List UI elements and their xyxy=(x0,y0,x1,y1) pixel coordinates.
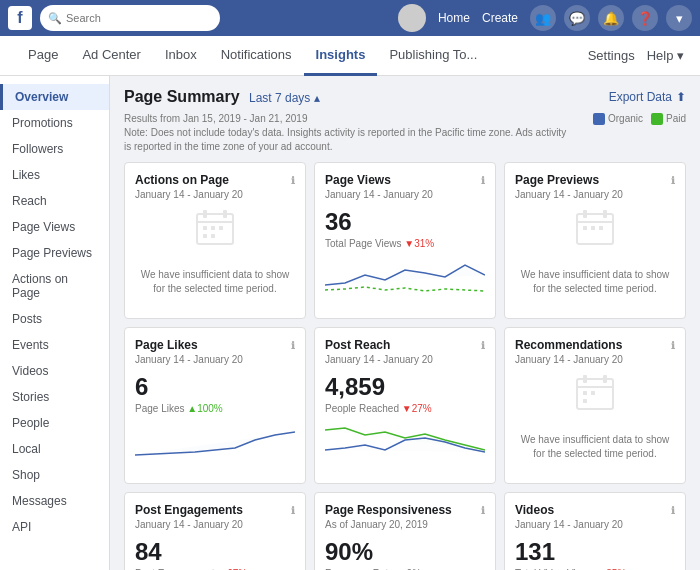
nav-inbox[interactable]: Inbox xyxy=(153,36,209,76)
sidebar-item-reach[interactable]: Reach xyxy=(0,188,109,214)
page-summary-period[interactable]: Last 7 days ▴ xyxy=(249,91,320,105)
messenger-icon[interactable]: 💬 xyxy=(564,5,590,31)
create-btn[interactable]: Create xyxy=(482,11,518,25)
page-summary-title-wrap: Page Summary Last 7 days ▴ xyxy=(124,88,320,106)
info-icon[interactable]: ℹ xyxy=(671,340,675,351)
svg-rect-22 xyxy=(583,399,587,403)
card-title: Actions on Page ℹ xyxy=(135,173,295,187)
card-date: As of January 20, 2019 xyxy=(325,519,485,530)
card-date: January 14 - January 20 xyxy=(515,189,675,200)
sidebar-item-posts[interactable]: Posts xyxy=(0,306,109,332)
sidebar-item-promotions[interactable]: Promotions xyxy=(0,110,109,136)
top-bar-right: Home Create 👥 💬 🔔 ❓ ▾ xyxy=(398,4,692,32)
sidebar-item-actions-on-page[interactable]: Actions on Page xyxy=(0,266,109,306)
card-date: January 14 - January 20 xyxy=(135,189,295,200)
avatar xyxy=(398,4,426,32)
notification-icon[interactable]: 🔔 xyxy=(598,5,624,31)
sidebar-item-messages[interactable]: Messages xyxy=(0,488,109,514)
svg-rect-8 xyxy=(211,234,215,238)
svg-rect-11 xyxy=(583,210,587,218)
svg-rect-19 xyxy=(603,375,607,383)
mini-chart-post-reach xyxy=(325,420,485,460)
legend-organic: Organic xyxy=(593,112,643,126)
svg-rect-2 xyxy=(203,210,207,218)
sidebar-item-api[interactable]: API xyxy=(0,514,109,540)
no-data-text: We have insufficient data to show for th… xyxy=(515,256,675,308)
info-icon[interactable]: ℹ xyxy=(481,505,485,516)
sidebar-item-events[interactable]: Events xyxy=(0,332,109,358)
info-icon[interactable]: ℹ xyxy=(671,175,675,186)
info-icon[interactable]: ℹ xyxy=(671,505,675,516)
notice: Results from Jan 15, 2019 - Jan 21, 2019… xyxy=(124,112,686,154)
help-btn[interactable]: Help ▾ xyxy=(647,48,684,63)
svg-rect-20 xyxy=(583,391,587,395)
card-value: 131 xyxy=(515,538,675,566)
card-date: January 14 - January 20 xyxy=(515,519,675,530)
card-title-text: Actions on Page xyxy=(135,173,229,187)
sidebar-item-people[interactable]: People xyxy=(0,410,109,436)
page-summary-title: Page Summary xyxy=(124,88,240,105)
info-icon[interactable]: ℹ xyxy=(481,175,485,186)
trend: ▼31% xyxy=(404,238,434,249)
card-title: Page Previews ℹ xyxy=(515,173,675,187)
card-value: 90% xyxy=(325,538,485,566)
nav-insights[interactable]: Insights xyxy=(304,36,378,76)
sidebar-item-likes[interactable]: Likes xyxy=(0,162,109,188)
search-input[interactable] xyxy=(66,12,206,24)
card-title: Post Reach ℹ xyxy=(325,338,485,352)
sidebar-item-local[interactable]: Local xyxy=(0,436,109,462)
no-data-text: We have insufficient data to show for th… xyxy=(515,421,675,473)
card-title-text: Page Views xyxy=(325,173,391,187)
people-icon[interactable]: 👥 xyxy=(530,5,556,31)
card-actions-on-page: Actions on Page ℹ January 14 - January 2… xyxy=(124,162,306,319)
export-label: Export Data xyxy=(609,90,672,104)
nav-publishing[interactable]: Publishing To... xyxy=(377,36,489,76)
card-title: Post Engagements ℹ xyxy=(135,503,295,517)
svg-rect-12 xyxy=(603,210,607,218)
svg-rect-5 xyxy=(211,226,215,230)
info-icon[interactable]: ℹ xyxy=(481,340,485,351)
sidebar-item-page-previews[interactable]: Page Previews xyxy=(0,240,109,266)
top-bar: f 🔍 Home Create 👥 💬 🔔 ❓ ▾ xyxy=(0,0,700,36)
sidebar-item-shop[interactable]: Shop xyxy=(0,462,109,488)
dropdown-icon[interactable]: ▾ xyxy=(666,5,692,31)
card-date: January 14 - January 20 xyxy=(515,354,675,365)
content: Page Summary Last 7 days ▴ Export Data ⬆… xyxy=(110,76,700,570)
sidebar-item-stories[interactable]: Stories xyxy=(0,384,109,410)
nav-bar: Page Ad Center Inbox Notifications Insig… xyxy=(0,36,700,76)
export-btn[interactable]: Export Data ⬆ xyxy=(609,90,686,104)
card-date: January 14 - January 20 xyxy=(325,354,485,365)
info-icon[interactable]: ℹ xyxy=(291,340,295,351)
svg-rect-13 xyxy=(583,226,587,230)
card-value: 36 xyxy=(325,208,485,236)
mini-chart-page-views xyxy=(325,255,485,295)
mini-chart-page-likes xyxy=(135,420,295,460)
home-btn[interactable]: Home xyxy=(438,11,470,25)
sidebar-item-page-views[interactable]: Page Views xyxy=(0,214,109,240)
page-summary-header: Page Summary Last 7 days ▴ Export Data ⬆ xyxy=(124,88,686,106)
search-bar[interactable]: 🔍 xyxy=(40,5,220,31)
card-title-text: Page Previews xyxy=(515,173,599,187)
card-recommendations: Recommendations ℹ January 14 - January 2… xyxy=(504,327,686,484)
sidebar-item-videos[interactable]: Videos xyxy=(0,358,109,384)
card-videos: Videos ℹ January 14 - January 20 131 Tot… xyxy=(504,492,686,570)
info-icon[interactable]: ℹ xyxy=(291,175,295,186)
card-title: Videos ℹ xyxy=(515,503,675,517)
card-page-responsiveness: Page Responsiveness ℹ As of January 20, … xyxy=(314,492,496,570)
top-icons: 👥 💬 🔔 ❓ ▾ xyxy=(530,5,692,31)
svg-rect-18 xyxy=(583,375,587,383)
nav-ad-center[interactable]: Ad Center xyxy=(70,36,153,76)
sidebar-item-followers[interactable]: Followers xyxy=(0,136,109,162)
card-post-engagements: Post Engagements ℹ January 14 - January … xyxy=(124,492,306,570)
card-title: Page Responsiveness ℹ xyxy=(325,503,485,517)
svg-rect-14 xyxy=(591,226,595,230)
help-icon[interactable]: ❓ xyxy=(632,5,658,31)
nav-page[interactable]: Page xyxy=(16,36,70,76)
card-title-text: Post Reach xyxy=(325,338,390,352)
card-date: January 14 - January 20 xyxy=(135,354,295,365)
info-icon[interactable]: ℹ xyxy=(291,505,295,516)
nav-notifications[interactable]: Notifications xyxy=(209,36,304,76)
card-sub: People Reached ▼27% xyxy=(325,403,485,414)
sidebar-item-overview[interactable]: Overview xyxy=(0,84,109,110)
settings-btn[interactable]: Settings xyxy=(588,48,635,63)
